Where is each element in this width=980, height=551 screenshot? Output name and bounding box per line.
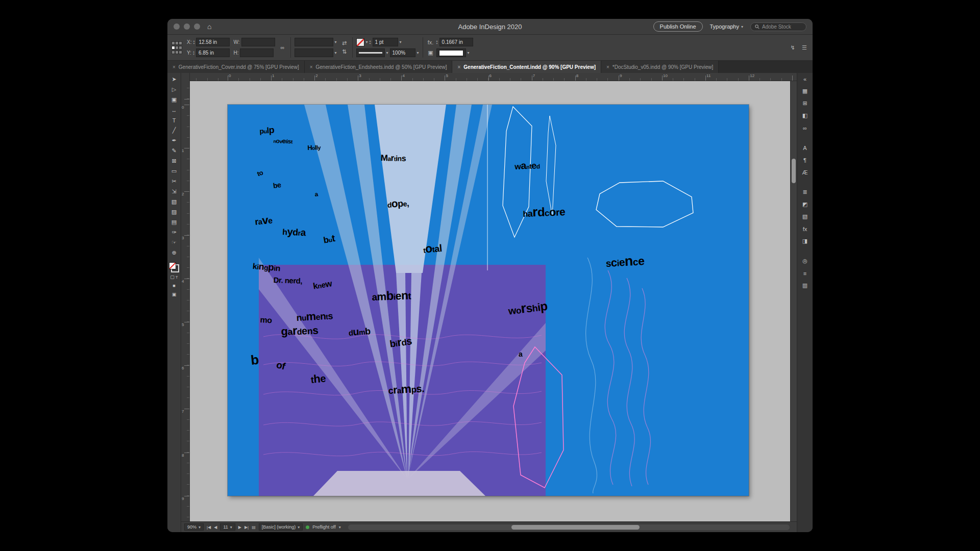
corner-radius-field[interactable]: 0.1667 in bbox=[439, 38, 473, 46]
canvas-word[interactable]: be bbox=[273, 181, 281, 189]
page-number-dropdown[interactable]: 11 ▾ bbox=[220, 523, 235, 531]
gradient-swatch-tool[interactable]: ▧ bbox=[168, 197, 180, 207]
canvas-word[interactable]: Holly bbox=[307, 144, 321, 151]
canvas-word[interactable]: hydra bbox=[282, 226, 306, 237]
canvas-word[interactable]: a bbox=[519, 350, 522, 358]
hand-tool[interactable]: ☞ bbox=[168, 238, 180, 247]
pencil-tool[interactable]: ✎ bbox=[168, 146, 180, 156]
apply-color-button[interactable]: ■ bbox=[168, 282, 180, 290]
tab-close-icon[interactable]: × bbox=[173, 64, 176, 70]
chevron-down-icon[interactable]: ▾ bbox=[366, 40, 368, 44]
fill-proxy[interactable] bbox=[169, 262, 176, 269]
type-tool[interactable]: T bbox=[168, 115, 180, 125]
selection-tool[interactable]: ➤ bbox=[168, 74, 180, 84]
canvas-word[interactable]: wanted bbox=[514, 160, 540, 171]
scissors-tool[interactable]: ✂ bbox=[168, 177, 180, 186]
publish-online-button[interactable]: Publish Online bbox=[653, 21, 703, 32]
eyedropper-tool[interactable]: ✑ bbox=[168, 228, 180, 237]
line-tool[interactable]: ╱ bbox=[168, 126, 180, 135]
y-stepper[interactable]: ▴▾ bbox=[193, 51, 194, 56]
reference-point-proxy[interactable] bbox=[172, 41, 181, 54]
free-transform-tool[interactable]: ⇲ bbox=[168, 187, 180, 196]
align-panel-icon[interactable]: ≡ bbox=[800, 269, 810, 278]
quick-apply-icon[interactable]: ↯ bbox=[789, 44, 797, 51]
gradient-feather-tool[interactable]: ▨ bbox=[168, 207, 180, 217]
document-tab[interactable]: ×*DocStudio_v05.indd @ 90% [GPU Preview] bbox=[601, 61, 719, 73]
last-page-button[interactable]: ▶| bbox=[244, 525, 249, 530]
flip-horizontal-icon[interactable]: ⇄ bbox=[340, 40, 349, 46]
flip-vertical-icon[interactable]: ⇅ bbox=[340, 48, 349, 55]
direct-selection-tool[interactable]: ▷ bbox=[168, 85, 180, 94]
adobe-stock-search[interactable]: Adobe Stock bbox=[750, 22, 806, 31]
stroke-panel-icon[interactable]: ≣ bbox=[800, 188, 810, 196]
vertical-scrollbar-thumb[interactable] bbox=[792, 159, 796, 183]
canvas-word[interactable]: mo bbox=[260, 316, 272, 324]
vertical-ruler[interactable]: 0123456789 bbox=[181, 81, 190, 521]
chevron-down-icon[interactable]: ▾ bbox=[468, 51, 470, 55]
vertical-scrollbar[interactable] bbox=[790, 81, 797, 521]
canvas-word[interactable]: the bbox=[310, 372, 326, 385]
stroke-weight-stepper[interactable]: ▴▾ bbox=[370, 40, 371, 45]
fill-color-dropdown[interactable] bbox=[436, 48, 466, 57]
horizontal-scrollbar[interactable] bbox=[348, 524, 790, 530]
canvas-word[interactable]: hardcore bbox=[523, 204, 565, 219]
gradient-panel-icon[interactable]: ▧ bbox=[800, 212, 810, 221]
effects-panel-icon[interactable]: fx bbox=[800, 224, 810, 233]
horizontal-scrollbar-thumb[interactable] bbox=[511, 525, 640, 530]
document-tab[interactable]: ×GenerativeFiction_Content.indd @ 90% [G… bbox=[452, 61, 601, 73]
canvas-word[interactable]: dope, bbox=[387, 197, 409, 209]
chevron-down-icon[interactable]: ▾ bbox=[386, 51, 388, 55]
rectangle-tool[interactable]: ▭ bbox=[168, 166, 180, 176]
canvas-word[interactable]: b bbox=[250, 353, 259, 366]
gap-tool[interactable]: ↔ bbox=[168, 105, 180, 115]
canvas-word[interactable]: kingpin bbox=[252, 261, 281, 273]
canvas-word[interactable]: worship bbox=[507, 299, 548, 317]
canvas-word[interactable]: of bbox=[275, 360, 286, 371]
canvas-word[interactable]: Dr. nerd, bbox=[273, 276, 302, 285]
screen-mode-button[interactable]: ▣ bbox=[168, 290, 180, 298]
tab-close-icon[interactable]: × bbox=[310, 64, 313, 70]
corner-radius-stepper[interactable]: ▴▾ bbox=[436, 40, 438, 45]
glyphs-panel-icon[interactable]: Æ bbox=[800, 168, 810, 177]
document-tab[interactable]: ×GenerativeFiction_Cover.indd @ 75% [GPU… bbox=[167, 61, 305, 73]
preflight-profile-dropdown[interactable]: [Basic] (working) ▾ bbox=[259, 523, 303, 531]
layers-panel-icon[interactable]: ◧ bbox=[800, 111, 810, 120]
canvas-word[interactable]: Martins bbox=[381, 154, 406, 163]
chevron-down-icon[interactable]: ▾ bbox=[400, 40, 402, 44]
next-page-button[interactable]: ▶ bbox=[238, 525, 241, 530]
canvas-word[interactable]: dumb bbox=[348, 325, 371, 337]
panel-menu-icon[interactable]: ☰ bbox=[800, 44, 808, 51]
tab-close-icon[interactable]: × bbox=[606, 64, 609, 70]
rotation-angle-field[interactable] bbox=[295, 48, 333, 57]
opacity-field[interactable]: 100% bbox=[390, 48, 415, 57]
fill-stroke-indicator[interactable] bbox=[169, 262, 179, 272]
links-panel-icon[interactable]: ∞ bbox=[800, 123, 810, 132]
chevron-down-icon[interactable]: ▾ bbox=[335, 40, 337, 44]
constrain-proportions-icon[interactable]: ∞ bbox=[279, 44, 287, 51]
x-stepper[interactable]: ▴▾ bbox=[193, 40, 194, 45]
canvas-word[interactable]: knew bbox=[312, 279, 332, 291]
canvas-word[interactable]: cramps. bbox=[388, 382, 424, 396]
rectangle-frame-tool[interactable]: ⊠ bbox=[168, 156, 180, 166]
horizontal-ruler[interactable]: 0123456789101112 bbox=[190, 73, 797, 81]
width-field[interactable] bbox=[241, 38, 275, 46]
page-tool[interactable]: ▣ bbox=[168, 95, 180, 105]
pages-panel-icon[interactable]: ⊞ bbox=[800, 99, 810, 108]
canvas-word[interactable]: science bbox=[605, 254, 645, 269]
canvas-word[interactable]: total bbox=[423, 242, 443, 255]
object-styles-panel-icon[interactable]: ◨ bbox=[800, 237, 810, 245]
canvas-word[interactable]: birds bbox=[389, 335, 412, 349]
first-page-button[interactable]: |◀ bbox=[207, 525, 211, 530]
ruler-origin-corner[interactable] bbox=[181, 73, 190, 82]
home-icon[interactable]: ⌂ bbox=[207, 22, 211, 31]
x-position-field[interactable]: 12.58 in bbox=[196, 38, 230, 46]
canvas-word[interactable]: rave bbox=[254, 214, 273, 227]
previous-page-button[interactable]: ◀ bbox=[214, 525, 217, 530]
formatting-affects-container-button[interactable]: ▢T bbox=[168, 273, 180, 281]
text-wrap-panel-icon[interactable]: ◎ bbox=[800, 257, 810, 265]
drop-shadow-icon[interactable]: ▣ bbox=[427, 49, 435, 56]
chevron-down-icon[interactable]: ▾ bbox=[417, 51, 419, 55]
chevron-down-icon[interactable]: ▾ bbox=[335, 51, 337, 55]
scale-x-field[interactable] bbox=[295, 38, 333, 46]
canvas-word[interactable]: gardens bbox=[281, 323, 318, 337]
